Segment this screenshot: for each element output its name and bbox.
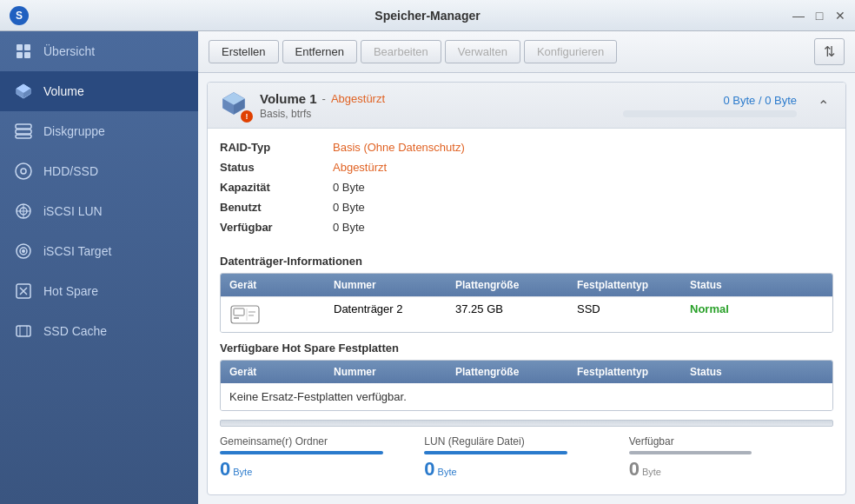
sidebar-label-ssd-cache: SSD Cache (43, 324, 107, 338)
benutzt-label: Benutzt (220, 201, 333, 214)
hot-spare-table: Gerät Nummer Plattengröße Festplattentyp… (220, 360, 833, 411)
sidebar-item-diskgruppe[interactable]: Diskgruppe (0, 111, 198, 151)
hs-col-header-type: Festplattentyp (568, 361, 681, 383)
verwalten-button[interactable]: Verwalten (445, 40, 520, 63)
window-controls: ― □ ✕ (791, 8, 848, 23)
bearbeiten-button[interactable]: Bearbeiten (361, 40, 441, 63)
svg-rect-5 (24, 52, 30, 58)
col-header-type: Festplattentyp (568, 274, 681, 296)
volume-progress-bar (623, 110, 797, 117)
sidebar-item-hot-spare[interactable]: Hot Spare (0, 271, 198, 311)
usage-item-verfuegbar: Verfügbar 0 Byte (629, 435, 833, 481)
usage-item-ordner: Gemeinsame(r) Ordner 0 Byte (220, 435, 424, 481)
konfigurieren-button[interactable]: Konfigurieren (524, 40, 617, 63)
sidebar-label-iscsi-lun: iSCSI LUN (43, 204, 103, 218)
sidebar-item-hdd-ssd[interactable]: HDD/SSD (0, 151, 198, 191)
disk-device-icon (229, 302, 261, 327)
sidebar-item-volume[interactable]: Volume (0, 71, 198, 111)
status-label: Status (220, 161, 333, 174)
hdd-icon (14, 162, 33, 181)
svg-rect-33 (234, 308, 244, 315)
sidebar-label-iscsi-target: iSCSI Target (43, 244, 111, 258)
volume-icon-container: ! (220, 90, 251, 121)
title-bar: S Speicher-Manager ― □ ✕ (0, 0, 855, 31)
usage-section: Gemeinsame(r) Ordner 0 Byte LUN (Regulär… (220, 420, 833, 481)
svg-rect-37 (249, 311, 255, 313)
volume-panel: ! Volume 1 - Abgestürzt Basis, btrfs 0 B… (207, 82, 846, 495)
sidebar-label-volume: Volume (43, 84, 84, 98)
window-title: Speicher-Manager (374, 9, 480, 23)
sidebar-label-uebersicht: Übersicht (43, 44, 95, 58)
iscsi-target-icon (14, 242, 33, 261)
raid-value: Basis (Ohne Datenschutz) (333, 141, 465, 154)
usage-unit-verfuegbar: Byte (642, 467, 661, 477)
sidebar-item-uebersicht[interactable]: Übersicht (0, 31, 198, 71)
usage-bar-lun (424, 451, 567, 454)
sidebar: Übersicht Volume Diskgruppe (0, 31, 198, 504)
disk-table-header: Gerät Nummer Plattengröße Festplattentyp… (221, 274, 832, 296)
usage-label-verfuegbar: Verfügbar (629, 435, 833, 448)
close-button[interactable]: ✕ (832, 8, 848, 23)
disk-number-cell: Datenträger 2 (325, 297, 447, 332)
svg-rect-25 (17, 326, 30, 336)
svg-point-21 (22, 249, 25, 253)
usage-bar-verfuegbar (629, 451, 752, 454)
volume-name: Volume 1 (260, 91, 317, 106)
sidebar-item-iscsi-lun[interactable]: iSCSI LUN (0, 191, 198, 231)
usage-unit-ordner: Byte (233, 467, 252, 477)
disk-table-row: Datenträger 2 37.25 GB SSD Normal (221, 296, 832, 332)
svg-rect-34 (234, 317, 239, 319)
diskgruppe-icon (14, 122, 33, 141)
volume-status: Abgestürzt (331, 92, 385, 105)
sidebar-item-ssd-cache[interactable]: SSD Cache (0, 311, 198, 351)
usage-label-ordner: Gemeinsame(r) Ordner (220, 435, 424, 448)
sidebar-label-hot-spare: Hot Spare (43, 284, 98, 298)
hs-col-header-device: Gerät (221, 361, 325, 383)
svg-point-13 (16, 163, 31, 179)
svg-text:S: S (16, 10, 23, 22)
svg-rect-12 (16, 135, 31, 138)
minimize-button[interactable]: ― (791, 8, 806, 23)
col-header-device: Gerät (221, 274, 325, 296)
usage-divider (220, 420, 833, 427)
volume-title-area: Volume 1 - Abgestürzt Basis, btrfs (260, 91, 614, 120)
ssd-cache-icon (14, 322, 33, 341)
hot-spare-table-header: Gerät Nummer Plattengröße Festplattentyp… (221, 361, 832, 383)
content-area: Erstellen Entfernen Bearbeiten Verwalten… (198, 31, 855, 504)
hot-spare-empty-row: Keine Ersatz-Festplatten verfügbar. (221, 383, 832, 410)
volume-details: RAID-Typ Basis (Ohne Datenschutz) Status… (208, 129, 845, 246)
app-logo: S (9, 5, 30, 26)
maximize-button[interactable]: □ (812, 8, 827, 23)
svg-rect-35 (234, 308, 244, 315)
volume-collapse-button[interactable]: ⌃ (812, 95, 833, 116)
detail-row-benutzt: Benutzt 0 Byte (220, 197, 833, 217)
sort-button[interactable]: ⇅ (814, 38, 845, 65)
svg-rect-38 (249, 315, 254, 316)
detail-row-verfuegbar: Verfügbar 0 Byte (220, 217, 833, 237)
warning-badge: ! (241, 110, 253, 123)
erstellen-button[interactable]: Erstellen (209, 40, 279, 63)
disk-type-cell: SSD (568, 297, 681, 332)
svg-rect-11 (16, 129, 31, 134)
toolbar: Erstellen Entfernen Bearbeiten Verwalten… (198, 31, 855, 73)
entfernen-button[interactable]: Entfernen (282, 40, 357, 63)
volume-header: ! Volume 1 - Abgestürzt Basis, btrfs 0 B… (208, 83, 845, 129)
svg-rect-3 (24, 44, 30, 50)
usage-number-ordner: 0 (220, 458, 230, 481)
sidebar-item-iscsi-target[interactable]: iSCSI Target (0, 231, 198, 271)
usage-grid: Gemeinsame(r) Ordner 0 Byte LUN (Regulär… (220, 435, 833, 481)
svg-rect-4 (17, 52, 23, 58)
usage-label-lun: LUN (Reguläre Datei) (424, 435, 628, 448)
raid-label: RAID-Typ (220, 141, 333, 154)
detail-row-raid: RAID-Typ Basis (Ohne Datenschutz) (220, 137, 833, 157)
volume-dash: - (322, 92, 326, 105)
sidebar-label-diskgruppe: Diskgruppe (43, 124, 105, 138)
disk-device-cell (221, 297, 325, 332)
main-layout: Übersicht Volume Diskgruppe (0, 31, 855, 504)
volume-subtitle: Basis, btrfs (260, 108, 614, 120)
usage-bar-ordner (220, 451, 383, 454)
disk-size-cell: 37.25 GB (447, 297, 568, 332)
svg-rect-2 (17, 44, 23, 50)
hs-col-header-size: Plattengröße (447, 361, 568, 383)
detail-row-kapazitaet: Kapazität 0 Byte (220, 177, 833, 197)
